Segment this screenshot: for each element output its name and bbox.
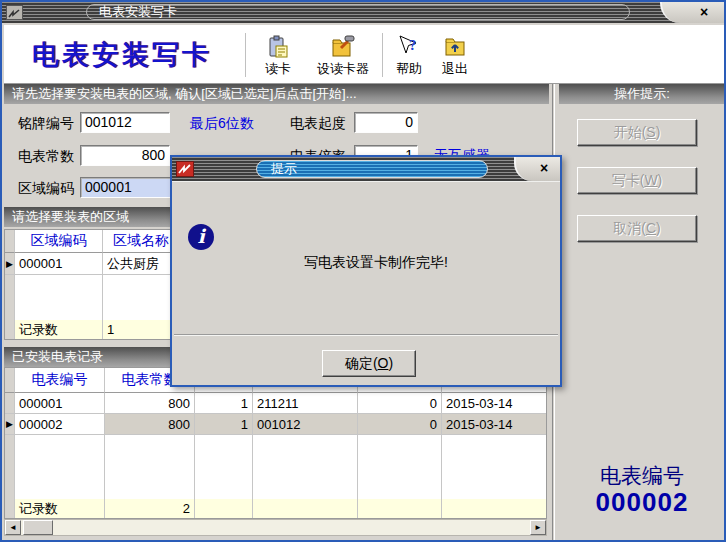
empty-cell <box>253 435 358 499</box>
exit-icon <box>443 35 467 59</box>
nameplate-input[interactable]: 001012 <box>80 112 170 133</box>
meter-date-cell: 2015-03-14 <box>442 393 546 414</box>
meter-multiplier-cell: 1 <box>195 393 253 414</box>
dialog-separator <box>174 334 558 336</box>
toolbar-separator <box>245 33 246 77</box>
start-button[interactable]: 开始(S) <box>577 119 697 146</box>
window-titlebar: 电表安装写卡 × <box>2 2 724 23</box>
footer-cell <box>195 499 253 518</box>
ok-hotkey: O <box>378 355 389 371</box>
meter-col-number[interactable]: 电表编号 <box>15 368 105 393</box>
write-card-button-label-end: ) <box>658 172 663 188</box>
dialog-titlebar-corner: × <box>514 157 560 181</box>
horizontal-scrollbar[interactable]: ◄ ► <box>4 519 547 536</box>
start-reading-input[interactable]: 0 <box>354 112 418 133</box>
help-label: 帮助 <box>396 60 422 78</box>
row-selector-cell <box>5 393 15 414</box>
toolbar: 读卡 设读卡器 ? 帮助 退出 <box>242 29 478 81</box>
constant-input[interactable]: 800 <box>80 145 170 166</box>
meter-nameplate-cell: 001012 <box>253 414 358 435</box>
nameplate-label: 铭牌编号 <box>18 115 74 133</box>
reader-setup-icon <box>331 35 355 59</box>
app-logo-icon <box>6 5 23 20</box>
table-row[interactable]: 000001 800 1 211211 0 2015-03-14 <box>5 393 546 414</box>
empty-cell <box>15 275 103 320</box>
scroll-right-icon[interactable]: ► <box>530 520 546 535</box>
cancel-button-label-end: ) <box>656 220 661 236</box>
meter-number-cell: 000002 <box>15 414 105 435</box>
meter-count-value: 2 <box>105 499 195 518</box>
cancel-button-label: 取消( <box>613 220 646 236</box>
ok-button-label: 确定( <box>345 355 378 371</box>
meter-number-label: 电表编号 <box>558 462 726 490</box>
region-code-cell: 000001 <box>15 253 103 275</box>
meter-table: 电表编号 电表常数 000001 800 1 211211 0 2015-03-… <box>4 367 547 519</box>
constant-label: 电表常数 <box>18 148 74 166</box>
empty-cell <box>442 435 546 499</box>
cancel-button[interactable]: 取消(C) <box>577 215 697 242</box>
app-window: 电表安装写卡 × 电表安装写卡 读卡 设读卡器 <box>0 0 726 542</box>
region-code-label: 区域编码 <box>18 180 74 198</box>
dialog-logo-icon <box>176 161 194 177</box>
start-reading-label: 电表起度 <box>290 115 346 133</box>
footer-cell <box>442 499 546 518</box>
setup-reader-button[interactable]: 设读卡器 <box>307 29 379 81</box>
footer-selector-cell <box>5 499 15 518</box>
instruction-bar: 请先选择要安装电表的区域, 确认[区域已选定]后点击[开始]... <box>4 84 549 104</box>
read-card-button[interactable]: 读卡 <box>249 29 307 81</box>
empty-cell <box>195 435 253 499</box>
meter-start-cell: 0 <box>358 414 442 435</box>
table-row[interactable]: ▶ 000002 800 1 001012 0 2015-03-14 <box>5 414 546 435</box>
start-hotkey: S <box>646 124 655 140</box>
empty-cell <box>5 275 15 320</box>
meter-selector-header <box>5 368 15 393</box>
empty-cell <box>5 435 15 499</box>
scrollbar-thumb[interactable] <box>23 520 53 535</box>
footer-selector-cell <box>5 320 15 339</box>
info-icon: i <box>188 224 214 250</box>
footer-cell <box>253 499 358 518</box>
meter-constant-cell: 800 <box>105 393 195 414</box>
write-card-button[interactable]: 写卡(W) <box>577 167 697 194</box>
start-button-label-end: ) <box>656 124 661 140</box>
cancel-hotkey: C <box>646 220 656 236</box>
card-reader-icon <box>266 35 290 59</box>
meter-date-cell: 2015-03-14 <box>442 414 546 435</box>
dialog-close-button[interactable]: × <box>536 160 552 176</box>
meter-constant-cell: 800 <box>105 414 195 435</box>
window-title: 电表安装写卡 <box>86 4 630 20</box>
region-count-label: 记录数 <box>15 320 103 339</box>
region-col-code[interactable]: 区域编码 <box>15 230 103 253</box>
read-card-label: 读卡 <box>265 60 291 78</box>
footer-cell <box>358 499 442 518</box>
exit-button[interactable]: 退出 <box>432 29 478 81</box>
region-selector-header <box>5 230 15 253</box>
empty-cell <box>105 435 195 499</box>
dialog-titlebar: 提示 × <box>172 157 560 181</box>
start-button-label: 开始( <box>614 124 647 140</box>
row-marker-icon: ▶ <box>5 414 15 435</box>
help-button[interactable]: ? 帮助 <box>386 29 432 81</box>
dialog-body: i 写电表设置卡制作完毕! 确定(O) <box>172 181 560 385</box>
scroll-left-icon[interactable]: ◄ <box>5 520 21 535</box>
page-title: 电表安装写卡 <box>32 37 212 73</box>
svg-text:?: ? <box>409 37 417 53</box>
meter-nameplate-cell: 211211 <box>253 393 358 414</box>
last6-hint: 最后6位数 <box>190 115 254 133</box>
exit-label: 退出 <box>442 60 468 78</box>
setup-reader-label: 设读卡器 <box>317 60 369 78</box>
dialog-message: 写电表设置卡制作完毕! <box>304 254 448 272</box>
row-marker-icon: ▶ <box>5 253 15 275</box>
help-icon: ? <box>397 35 421 59</box>
sidebar-header: 操作提示: <box>559 84 725 104</box>
write-card-button-label: 写卡( <box>612 172 645 188</box>
meter-number-value: 000002 <box>558 487 726 518</box>
titlebar-corner: × <box>660 2 724 23</box>
window-close-button[interactable]: × <box>696 4 712 20</box>
toolbar-separator <box>382 33 383 77</box>
empty-cell <box>358 435 442 499</box>
meter-multiplier-cell: 1 <box>195 414 253 435</box>
write-card-hotkey: W <box>644 172 657 188</box>
ok-button[interactable]: 确定(O) <box>322 350 416 377</box>
message-dialog: 提示 × i 写电表设置卡制作完毕! 确定(O) <box>170 155 562 387</box>
